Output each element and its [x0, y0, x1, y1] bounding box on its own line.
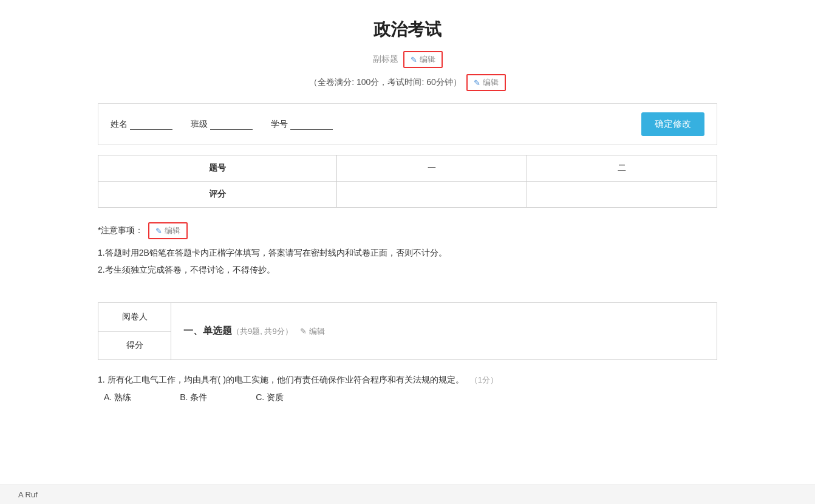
question-1-body: 所有化工电气工作，均由具有( )的电工实施，他们有责任确保作业符合程序和有关法规… [107, 375, 464, 384]
question-1: 1. 所有化工电气工作，均由具有( )的电工实施，他们有责任确保作业符合程序和有… [98, 372, 717, 403]
section-edit-label: 编辑 [309, 326, 325, 337]
edit-icon-section: ✎ [300, 327, 307, 336]
table-cell-tihao-label: 题号 [98, 155, 337, 182]
table-cell-one: 一 [336, 155, 527, 182]
edit-icon-exam-info: ✎ [474, 78, 480, 87]
option-c: C. 资质 [256, 392, 284, 403]
exam-info-text: （全卷满分: 100分，考试时间: 60分钟） [309, 77, 462, 88]
option-a: A. 熟练 [104, 392, 131, 403]
student-id-underline [290, 120, 333, 130]
section-edit-button[interactable]: ✎ 编辑 [300, 326, 325, 337]
edit-icon-subtitle: ✎ [411, 55, 417, 64]
option-b: B. 条件 [180, 392, 207, 403]
table-cell-score-two [527, 182, 717, 208]
notice-section: *注意事项： ✎ 编辑 1.答题时用2B铅笔在答题卡内正楷字体填写，答案请写在密… [98, 222, 717, 278]
question-1-score: （1分） [470, 375, 498, 384]
exam-info-row: （全卷满分: 100分，考试时间: 60分钟） ✎ 编辑 [98, 74, 717, 91]
class-label: 班级 [191, 119, 208, 130]
table-row-score: 评分 [98, 182, 717, 208]
notice-item-1: 1.答题时用2B铅笔在答题卡内正楷字体填写，答案请写在密封线内和试卷正面，否则不… [98, 244, 717, 261]
subtitle-edit-button[interactable]: ✎ 编辑 [403, 51, 443, 68]
subtitle-label: 副标题 [373, 54, 398, 65]
student-fields: 姓名 班级 学号 [111, 119, 333, 130]
field-name: 姓名 [111, 119, 172, 130]
exam-info-edit-button[interactable]: ✎ 编辑 [466, 74, 506, 91]
field-class: 班级 [191, 119, 253, 130]
edit-icon-notice: ✎ [155, 226, 162, 236]
score-cell: 得分 [98, 332, 171, 359]
table-cell-pingfen-label: 评分 [98, 182, 337, 208]
table-row-header: 题号 一 二 [98, 155, 717, 182]
student-id-label: 学号 [271, 119, 288, 130]
score-table: 题号 一 二 评分 [98, 155, 717, 208]
reader-cell: 阅卷人 [98, 303, 171, 332]
page-title: 政治考试 [98, 18, 717, 41]
question-1-number: 1. [98, 375, 107, 384]
name-underline [130, 120, 172, 130]
field-student-id: 学号 [271, 119, 333, 130]
notice-item-2: 2.考生须独立完成答卷，不得讨论，不得传抄。 [98, 261, 717, 278]
notice-edit-button[interactable]: ✎ 编辑 [148, 222, 188, 239]
section-title-area: 一、单选题 （共9题, 共9分） ✎ 编辑 [171, 303, 717, 359]
section-meta: （共9题, 共9分） [232, 326, 293, 337]
confirm-modify-button[interactable]: 确定修改 [641, 112, 704, 136]
table-cell-score-one [336, 182, 527, 208]
notice-edit-label: 编辑 [165, 225, 180, 236]
grader-box: 阅卷人 得分 [98, 303, 171, 359]
notice-label: *注意事项： [98, 225, 143, 236]
grader-section: 阅卷人 得分 一、单选题 （共9题, 共9分） ✎ 编辑 [98, 302, 717, 360]
subtitle-row: 副标题 ✎ 编辑 [98, 51, 717, 68]
name-label: 姓名 [111, 119, 128, 130]
section-title: 一、单选题 [183, 325, 232, 338]
table-cell-two: 二 [527, 155, 717, 182]
notice-header: *注意事项： ✎ 编辑 [98, 222, 717, 239]
student-info-bar: 姓名 班级 学号 确定修改 [98, 103, 717, 145]
exam-info-edit-label: 编辑 [483, 77, 499, 88]
question-1-options: A. 熟练 B. 条件 C. 资质 [98, 392, 717, 403]
question-1-text: 1. 所有化工电气工作，均由具有( )的电工实施，他们有责任确保作业符合程序和有… [98, 372, 717, 387]
subtitle-edit-label: 编辑 [420, 54, 435, 65]
class-underline [210, 120, 253, 130]
